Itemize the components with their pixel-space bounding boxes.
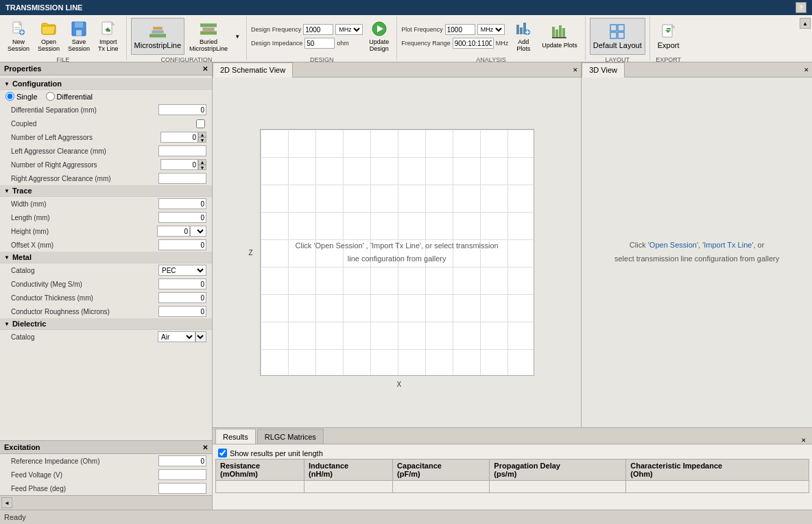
3d-view-close[interactable]: ✕ — [801, 67, 812, 73]
results-tab[interactable]: Results — [215, 429, 256, 444]
title-bar-controls: ? — [796, 2, 807, 13]
design-impedance-input[interactable] — [304, 38, 335, 49]
frequency-range-input[interactable] — [453, 38, 494, 49]
num-right-aggressors-input[interactable] — [160, 159, 198, 170]
microstripline-button[interactable]: MicrostripLine — [131, 18, 184, 55]
feed-phase-row: Feed Phase (deg) — [0, 481, 212, 495]
bottom-content: Show results per unit length Resistance … — [213, 444, 812, 510]
length-label: Length (mm) — [11, 214, 158, 222]
plot-frequency-row: Plot Frequency MHzGHz — [401, 24, 508, 35]
conductivity-input[interactable] — [158, 278, 206, 289]
plot-frequency-unit[interactable]: MHzGHz — [477, 24, 505, 35]
differential-radio[interactable]: Differential — [46, 92, 93, 101]
num-left-aggressors-up[interactable]: ▲ — [198, 132, 206, 137]
trace-arrow: ▼ — [4, 188, 10, 194]
col-inductance: Inductance (nH/m) — [304, 460, 393, 481]
freq-range-unit: MHz — [496, 40, 509, 47]
new-session-button[interactable]: NewSession — [4, 18, 33, 55]
properties-panel-header: Properties ✕ — [0, 62, 212, 75]
col-characteristic-impedance: Characteristic Impedance (Ohm) — [626, 460, 809, 481]
conductor-roughness-input[interactable] — [158, 306, 206, 317]
svg-marker-10 — [112, 22, 115, 25]
buried-ms-icon — [200, 21, 217, 37]
rlgc-matrices-tab[interactable]: RLGC Matrices — [257, 429, 324, 444]
svg-rect-15 — [153, 27, 163, 29]
offset-x-input[interactable] — [158, 239, 206, 250]
svg-rect-18 — [204, 29, 213, 31]
add-plots-button[interactable]: AddPlots — [511, 18, 536, 55]
conductivity-row: Conductivity (Meg S/m) — [0, 277, 212, 291]
2d-view-close[interactable]: ✕ — [570, 67, 581, 73]
conductor-thickness-input[interactable] — [158, 292, 206, 303]
schematic-area: Z Click 'Open Session' , 'Import Tx Line… — [260, 129, 534, 376]
num-right-aggressors-down[interactable]: ▼ — [198, 165, 206, 170]
feed-voltage-input[interactable] — [158, 469, 206, 480]
microstripline-label: MicrostripLine — [134, 41, 181, 49]
num-left-aggressors-down[interactable]: ▼ — [198, 137, 206, 143]
dielectric-catalog-dropdown[interactable]: ▼ — [195, 331, 206, 342]
width-input[interactable] — [158, 198, 206, 209]
design-frequency-input[interactable] — [303, 24, 333, 35]
coupled-checkbox[interactable] — [196, 119, 205, 128]
buried-microstripline-button[interactable]: BuriedMicrostripLine — [186, 18, 231, 55]
import-tx-line-button[interactable]: ImportTx Line — [95, 18, 122, 55]
left-aggressor-clearance-input[interactable] — [158, 145, 206, 156]
config-dropdown-button[interactable]: ▼ — [232, 18, 242, 55]
excitation-pin-icon[interactable]: ✕ — [202, 444, 208, 451]
single-radio[interactable]: Single — [5, 92, 38, 101]
show-per-unit-length-checkbox[interactable] — [218, 449, 227, 457]
right-aggressor-clearance-row: Right Aggressor Clearance (mm) — [0, 171, 212, 185]
reference-impedance-row: Reference Impedance (Ohm) — [0, 454, 212, 468]
plot-frequency-input[interactable] — [445, 24, 475, 35]
reference-impedance-input[interactable] — [158, 455, 206, 466]
num-left-aggressors-input[interactable] — [160, 132, 198, 143]
right-aggressor-clearance-input[interactable] — [158, 173, 206, 184]
open-session-label: OpenSession — [38, 38, 60, 52]
design-frequency-row: Design Frequency MHzGHzHz — [251, 24, 363, 35]
height-unit-select[interactable]: ▼ — [190, 226, 206, 237]
ribbon-group-file: NewSession OpenSession SaveSession — [0, 16, 127, 60]
svg-rect-31 — [562, 28, 565, 38]
help-button[interactable]: ? — [796, 2, 807, 13]
length-row: Length (mm) — [0, 211, 212, 224]
svg-rect-7 — [75, 22, 83, 27]
dielectric-catalog-row: Catalog Air ▼ — [0, 330, 212, 344]
trace-section-label: Trace — [12, 187, 32, 195]
save-session-button[interactable]: SaveSession — [64, 18, 93, 55]
height-input[interactable] — [157, 226, 190, 237]
new-session-label: NewSession — [8, 38, 29, 52]
update-plots-button[interactable]: Update Plots — [538, 18, 581, 55]
default-layout-label: Default Layout — [593, 41, 642, 49]
default-layout-button[interactable]: Default Layout — [590, 18, 645, 55]
open-session-button[interactable]: OpenSession — [34, 18, 63, 55]
ribbon-collapse-button[interactable]: ▲ — [800, 18, 811, 29]
microstripline-icon — [150, 23, 166, 40]
svg-rect-28 — [552, 27, 555, 38]
properties-panel-body: ▼ Configuration Single Differential Diff… — [0, 75, 212, 440]
metal-section-header[interactable]: ▼ Metal — [0, 252, 212, 263]
update-design-button[interactable]: UpdateDesign — [366, 18, 392, 55]
dielectric-section-header[interactable]: ▼ Dielectric — [0, 318, 212, 330]
3d-view-tab[interactable]: 3D View — [582, 62, 625, 78]
dielectric-catalog-select[interactable]: Air — [158, 331, 195, 342]
design-frequency-unit[interactable]: MHzGHzHz — [335, 24, 363, 35]
metal-catalog-label: Catalog — [11, 267, 158, 274]
configuration-section-header[interactable]: ▼ Configuration — [0, 78, 212, 90]
properties-title: Properties — [4, 64, 41, 73]
length-input[interactable] — [158, 212, 206, 223]
properties-pin-icon[interactable]: ✕ — [202, 65, 208, 73]
left-panel-scroll-left[interactable]: ◄ — [1, 497, 12, 508]
design-impedance-label: Design Impedance — [251, 40, 302, 47]
metal-catalog-select[interactable]: PEC — [158, 265, 206, 276]
feed-phase-input[interactable] — [158, 483, 206, 494]
num-right-aggressors-up[interactable]: ▲ — [198, 159, 206, 165]
coupled-label: Coupled — [11, 120, 196, 128]
differential-separation-input[interactable] — [158, 104, 206, 115]
export-button[interactable]: Export — [654, 18, 683, 55]
svg-rect-23 — [520, 27, 523, 34]
2d-schematic-tab[interactable]: 2D Schematic View — [213, 62, 293, 78]
views-container: 2D Schematic View ✕ Z Click 'Open Sessio… — [213, 62, 812, 427]
trace-section-header[interactable]: ▼ Trace — [0, 185, 212, 197]
bottom-panel-close[interactable]: ✕ — [798, 437, 809, 444]
right-aggressor-clearance-label: Right Aggressor Clearance (mm) — [11, 175, 158, 182]
